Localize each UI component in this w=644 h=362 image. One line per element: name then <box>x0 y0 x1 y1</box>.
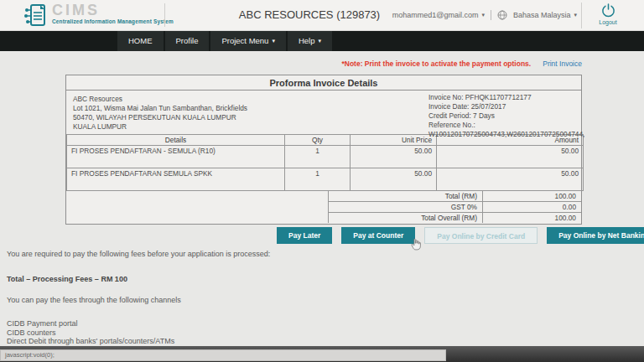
table-row: FI PROSES PENDAFTARAN SEMULA SPKK 1 50.0… <box>67 168 584 191</box>
list-item: Direct Debit through banks' portals/coun… <box>7 337 627 346</box>
gst-row: GST 0% 0.00 <box>329 202 581 213</box>
language-dropdown[interactable]: Bahasa Malaysia ▾ <box>513 11 577 19</box>
total-overall-row: Total Overall (RM) 100.00 <box>329 213 581 223</box>
pay-at-counter-button[interactable]: Pay at Counter <box>341 227 415 244</box>
user-email-dropdown[interactable]: mohammed1@gmail.com ▾ <box>392 11 485 19</box>
header-bar: CIMS Centralized Information Management … <box>0 0 644 31</box>
bill-to-address: ABC Resources Lot 1021, Wisma Mai Jalan … <box>73 95 247 132</box>
language-label: Bahasa Malaysia <box>513 11 571 19</box>
mouse-cursor-hand <box>410 238 421 251</box>
reference-label: Reference No.: <box>428 121 584 130</box>
globe-icon <box>497 10 507 20</box>
invoice-items-table: Details Qty Unit Price Amount FI PROSES … <box>66 134 584 191</box>
reference-numbers: W100120170725004743,W260120170725004744, <box>428 130 584 139</box>
chevron-down-icon: ▾ <box>272 31 275 51</box>
col-unit-price: Unit Price <box>351 135 437 146</box>
browser-status-bar: javascript:void(0); <box>0 349 446 361</box>
list-item: CIDB counters <box>7 328 627 338</box>
logout-button[interactable]: Logout <box>587 3 629 25</box>
nav-item-project-menu[interactable]: Project Menu▾ <box>210 31 286 51</box>
col-details: Details <box>67 135 285 146</box>
invoice-date: Invoice Date: 25/07/2017 <box>428 102 584 111</box>
nav-item-help[interactable]: Help▾ <box>288 31 332 51</box>
logout-label: Logout <box>599 19 616 25</box>
status-url-text: javascript:void(0); <box>5 351 55 359</box>
channels-intro: You can pay the fees through the followi… <box>7 296 627 304</box>
credit-period: Credit Period: 7 Days <box>428 111 584 121</box>
pay-later-button[interactable]: Pay Later <box>277 227 332 244</box>
col-qty: Qty <box>285 135 351 146</box>
pay-online-net-banking-button[interactable]: Pay Online by Net Banking <box>547 227 644 244</box>
table-row: FI PROSES PENDAFTARAN - SEMULA (R10) 1 5… <box>67 146 584 168</box>
power-icon <box>600 3 616 18</box>
cims-page: CIMS Centralized Information Management … <box>0 0 644 362</box>
invoice-totals: Total (RM) 100.00 GST 0% 0.00 Total Over… <box>328 191 581 223</box>
payment-buttons: Pay Later Pay at Counter Pay Online by C… <box>277 227 644 244</box>
nav-item-profile[interactable]: Profile <box>165 31 210 51</box>
fees-instruction: You are required to pay the following fe… <box>7 250 627 258</box>
logo-title: CIMS <box>52 3 174 18</box>
user-email: mohammed1@gmail.com <box>392 11 479 19</box>
header-pipe-divider <box>491 10 491 20</box>
payment-channels-list: CIDB Payment portal CIDB counters Direct… <box>7 319 627 346</box>
logo-subtitle: Centralized Information Management Syste… <box>52 18 174 24</box>
invoice-meta: Invoice No: PFHQK11707712177 Invoice Dat… <box>428 93 584 139</box>
cims-logo[interactable]: CIMS Centralized Information Management … <box>23 3 174 28</box>
pay-online-credit-card-button[interactable]: Pay Online by Credit Card <box>424 227 538 244</box>
logout-divider <box>581 3 582 28</box>
chevron-down-icon: ▾ <box>481 12 485 18</box>
proforma-invoice-panel: Proforma Invoice Details ABC Resources L… <box>65 75 582 225</box>
chevron-down-icon: ▾ <box>574 12 577 18</box>
header-divider <box>164 3 165 27</box>
invoice-number: Invoice No: PFHQK11707712177 <box>428 93 584 102</box>
print-invoice-link[interactable]: Print Invoice <box>543 59 582 68</box>
processing-fees-total: Total – Processing Fees – RM 100 <box>7 275 627 283</box>
cims-document-icon <box>23 3 47 28</box>
total-row: Total (RM) 100.00 <box>329 191 581 202</box>
payment-note: *Note: Print the invoice to activate the… <box>341 59 531 68</box>
chevron-down-icon: ▾ <box>318 31 321 51</box>
nav-bar: HOME Profile Project Menu▾ Help▾ <box>0 31 644 51</box>
list-item: CIDB Payment portal <box>7 319 627 328</box>
invoice-title: Proforma Invoice Details <box>66 75 581 90</box>
nav-item-home[interactable]: HOME <box>117 31 164 51</box>
